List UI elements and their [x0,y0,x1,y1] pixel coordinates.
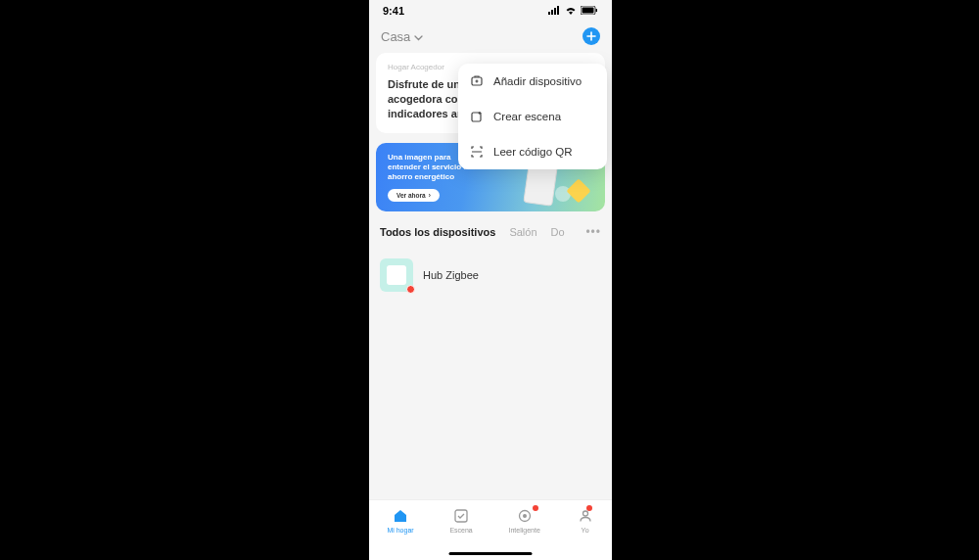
chevron-right-icon: › [429,192,431,199]
svg-rect-10 [455,510,467,522]
menu-label: Añadir dispositivo [493,75,582,87]
menu-label: Leer código QR [493,146,573,158]
menu-scan-qr[interactable]: Leer código QR [458,134,607,169]
svg-point-13 [583,511,587,516]
svg-rect-2 [554,8,556,15]
menu-create-scene[interactable]: Crear escena [458,99,607,134]
add-menu-dropdown: Añadir dispositivo Crear escena Leer cód… [458,64,607,169]
status-bar: 9:41 [369,0,612,22]
add-button[interactable] [583,27,600,45]
device-icon [380,258,413,292]
room-tabs: Todos los dispositivos Salón Do ••• [376,225,605,239]
banner-decoration [566,178,590,203]
header: Casa [369,22,612,53]
device-item[interactable]: Hub Zigbee [376,251,605,300]
wifi-icon [565,5,577,17]
hub-icon [387,265,406,285]
menu-label: Crear escena [493,111,561,122]
battery-icon [581,5,598,17]
offline-badge-icon [406,285,415,294]
notification-badge [533,505,538,511]
chevron-down-icon [414,29,423,44]
device-name: Hub Zigbee [423,269,479,281]
nav-label: Inteligente [509,527,540,534]
plus-icon [586,27,596,45]
scene-icon [452,507,470,525]
nav-me[interactable]: Yo [577,507,594,534]
nav-home[interactable]: Mi hogar [387,507,413,534]
tab-dormitorio[interactable]: Do [551,226,565,238]
nav-label: Mi hogar [387,527,413,534]
notification-badge [586,505,592,511]
svg-rect-5 [583,8,594,14]
svg-rect-0 [548,12,550,15]
svg-point-12 [523,514,527,518]
add-device-icon [470,74,484,88]
svg-rect-1 [551,10,553,15]
banner-cta-button[interactable]: Ver ahora › [388,189,440,202]
menu-add-device[interactable]: Añadir dispositivo [458,64,607,99]
status-icons [548,5,598,17]
phone-frame: 9:41 Casa Hog [369,0,612,560]
tab-all-devices[interactable]: Todos los dispositivos [380,226,495,238]
create-scene-icon [470,110,484,123]
smart-icon [516,507,534,525]
home-label: Casa [381,29,410,44]
signal-icon [548,5,561,17]
tab-more-icon[interactable]: ••• [585,225,601,239]
qr-scan-icon [470,145,484,159]
status-time: 9:41 [383,5,404,17]
home-indicator [449,552,533,556]
nav-scene[interactable]: Escena [449,507,472,534]
svg-rect-3 [557,6,559,15]
nav-smart[interactable]: Inteligente [509,507,540,534]
home-icon [392,507,409,525]
nav-label: Escena [449,527,472,534]
tab-salon[interactable]: Salón [509,226,536,238]
nav-label: Yo [582,527,589,534]
bottom-nav: Mi hogar Escena Inteligente Yo [369,499,612,560]
svg-rect-6 [596,9,598,12]
home-selector[interactable]: Casa [381,29,423,44]
